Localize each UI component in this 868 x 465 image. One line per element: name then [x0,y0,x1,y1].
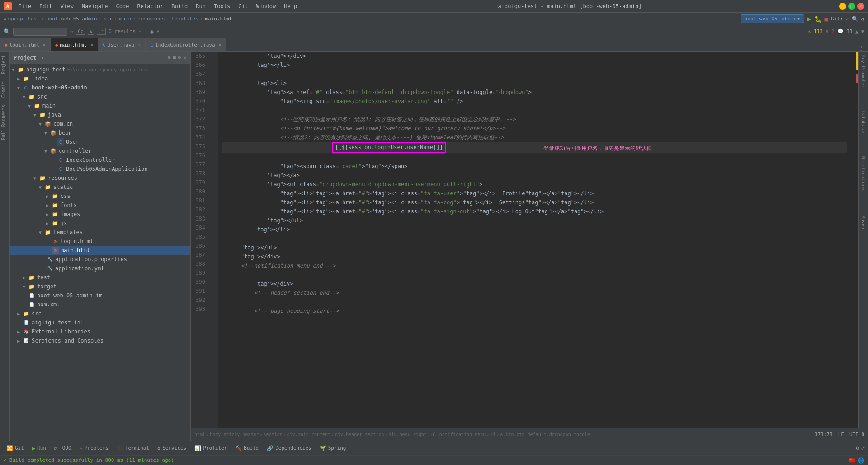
window-controls[interactable]: ─ □ × [839,3,864,10]
minimize-button[interactable]: ─ [839,3,846,10]
tree-test[interactable]: ▶ 📁 test [10,273,190,282]
code-line[interactable]: <!--登陆成功后显示用户名: 情况1: 内容在标签之间，在标签的属性上取值会放… [222,115,847,124]
tree-main-html[interactable]: ▶ ⊙ main.html [10,246,190,255]
tree-iml[interactable]: ▶ 📄 boot-web-05-admin.iml [10,291,190,300]
code-line[interactable]: "tag"><li> [222,79,847,88]
search-filter-icon[interactable]: ⚡ [156,28,160,35]
tree-app-prop[interactable]: ▶ 🔧 application.properties [10,255,190,264]
tab-main-html[interactable]: ◆ main.html × [51,38,98,51]
code-line[interactable]: "tag"></a> [222,171,847,180]
fold-toggle[interactable] [222,288,228,297]
code-line[interactable]: "tag"><ul class="dropdown-menu dropdown-… [222,180,847,189]
tree-login-html[interactable]: ▶ ⊙ login.html [10,237,190,246]
fold-toggle[interactable] [222,261,228,270]
fold-toggle[interactable] [222,162,228,171]
toolbar-stop-icon[interactable]: ■ [825,15,828,23]
expand-icon[interactable]: ⤢ [861,445,865,451]
code-line[interactable] [222,106,847,115]
code-line[interactable]: "tag"><span class="caret">"tag"></span> [222,162,847,171]
fold-toggle[interactable] [222,279,228,288]
menu-build[interactable]: Build [168,2,191,10]
fold-toggle[interactable] [222,52,228,61]
menu-git[interactable]: Git [235,2,252,10]
code-line[interactable]: "tag"><img src="images/photos/user-avata… [222,97,847,106]
status-breadcrumb[interactable]: html › body.sticky-header › section › di… [194,432,590,437]
code-line[interactable] [222,234,847,243]
tree-src[interactable]: ▼ 📁 src [10,92,190,101]
code-line[interactable] [222,297,847,306]
menu-file[interactable]: File [14,2,35,10]
code-line[interactable]: <!-- header section end--> [222,288,847,297]
code-area[interactable]: "tag"></div> "tag"></li> "tag"><li> "tag… [218,52,851,428]
code-line[interactable]: <!--notification menu end --> [222,261,847,270]
left-icon-pull[interactable]: Pull Requests [0,101,9,144]
menu-code[interactable]: Code [113,2,133,10]
code-line[interactable]: [[${session.loginUser.userName}]] [222,142,847,153]
tree-idea[interactable]: ▶ 📁 .idea [10,74,190,83]
fold-toggle[interactable] [222,97,228,106]
fold-toggle[interactable] [222,70,228,79]
btn-problems[interactable]: ⚠ Problems [76,444,112,452]
tree-css[interactable]: ▶ 📁 css [10,192,190,201]
fold-toggle[interactable] [222,88,228,97]
code-line[interactable] [222,153,847,162]
fold-toggle[interactable] [222,225,228,234]
menu-help[interactable]: Help [280,2,301,10]
fold-toggle[interactable] [222,306,228,315]
fold-toggle[interactable] [222,61,228,70]
tree-src2[interactable]: ▶ 📁 src [10,309,190,318]
panel-close-icon[interactable]: × [183,54,187,61]
close-button[interactable]: × [857,3,864,10]
menu-run[interactable]: Run [192,2,209,10]
search-up-icon[interactable]: ↑ [138,28,142,35]
left-icon-commit[interactable]: Commit [0,78,9,101]
menu-view[interactable]: View [57,2,77,10]
code-line[interactable]: "tag"></div> [222,279,847,288]
search-refresh-icon[interactable]: ↻ [70,28,73,35]
tree-templates[interactable]: ▼ 📁 templates [10,228,190,237]
fold-toggle[interactable] [222,153,228,162]
right-icon-notif[interactable]: Notifications [860,155,867,193]
menu-bar[interactable]: File Edit View Navigate Code Refactor Bu… [14,2,301,10]
code-line[interactable]: "tag"></ul> [222,216,847,225]
fold-toggle[interactable] [222,243,228,252]
tab-user-java[interactable]: C User.java × [98,38,146,51]
run-config-selector[interactable]: boot-web-05-admin ▾ [741,14,804,23]
fold-toggle[interactable] [222,171,228,180]
tree-app-yml[interactable]: ▶ 🔧 application.yml [10,264,190,273]
btn-dependencies[interactable]: 🔗 Dependencies [263,444,315,452]
tree-images[interactable]: ▶ 📁 images [10,210,190,219]
tree-user-java[interactable]: ▶ C User [10,137,190,146]
fold-toggle[interactable] [222,115,228,124]
tree-static[interactable]: ▼ 📁 static [10,183,190,192]
code-line[interactable]: "tag"><li>"tag"><a href="#">"tag"><i cla… [222,198,847,207]
code-line[interactable]: "tag"><a href="#" class="btn btn-default… [222,88,847,97]
code-line[interactable]: "tag"></li> [222,61,847,70]
tree-controller[interactable]: ▼ 📦 controller [10,146,190,155]
btn-terminal[interactable]: ⬛ Terminal [113,444,153,452]
tree-ext-libs[interactable]: ▶ 📚 External Libraries [10,327,190,336]
tree-fonts[interactable]: ▶ 📁 fonts [10,201,190,210]
code-line[interactable]: <!--情况2: 内容没有放到标签之间, 是纯文本----) 使用thymele… [222,133,847,142]
tree-resources[interactable]: ▼ 📁 resources [10,174,190,183]
fold-toggle[interactable] [222,252,228,261]
fold-toggle[interactable] [222,106,228,115]
search-word-icon[interactable]: W [88,28,94,35]
toolbar-debug-icon[interactable]: 🐛 [814,15,822,23]
breadcrumb-src[interactable]: src [104,16,113,22]
tab-overflow-btn[interactable]: ⋮ [855,45,868,51]
btn-services[interactable]: ⚙ Services [154,444,190,452]
code-line[interactable]: <!-- page heading start--> [222,306,847,315]
breadcrumb-resources[interactable]: resources [138,16,165,22]
code-line[interactable]: "tag"><li>"tag"><a href="#">"tag"><i cla… [222,207,847,216]
btn-run[interactable]: ▶ Run [28,444,50,452]
tree-root-iml[interactable]: ▶ 📄 aiguigu-test.iml [10,318,190,327]
left-icon-project[interactable]: Project [0,52,9,78]
tree-target[interactable]: ▼ 📁 target [10,282,190,291]
search-regex-icon[interactable]: .* [97,28,106,35]
fold-toggle[interactable] [222,189,228,198]
right-icon-maven[interactable]: Maven [860,214,867,231]
code-line[interactable]: "tag"></ul> [222,243,847,252]
btn-spring[interactable]: 🌱 Spring [316,444,350,452]
tree-package[interactable]: ▼ 📦 com.cn [10,119,190,128]
